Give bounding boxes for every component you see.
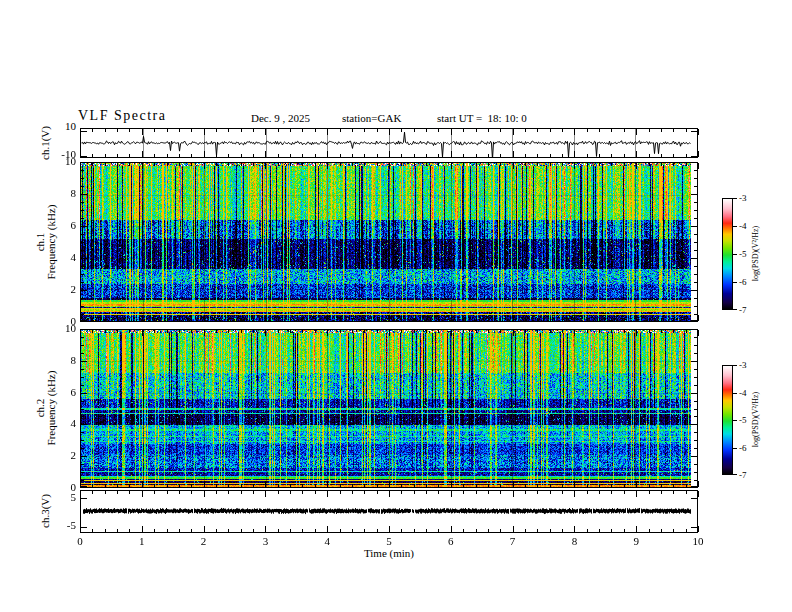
y-minor-tick <box>694 218 697 219</box>
y-major-tick <box>81 320 87 321</box>
colorbar-tick-label: -6 <box>739 443 747 453</box>
y-minor-tick <box>81 440 84 441</box>
page-title: VLF Spectra <box>78 108 166 124</box>
y-major-tick <box>81 162 87 163</box>
x-tick <box>241 163 242 166</box>
x-tick <box>265 315 266 321</box>
x-tick <box>525 484 526 487</box>
x-tick <box>302 330 303 333</box>
x-tick <box>377 129 378 132</box>
x-tick <box>204 315 205 321</box>
x-tick <box>414 491 415 494</box>
x-tick <box>438 129 439 132</box>
y-minor-tick <box>694 369 697 370</box>
y-minor-tick <box>81 186 84 187</box>
colorbar-tick-label: -5 <box>739 249 747 259</box>
x-tick <box>179 129 180 132</box>
x-tick <box>624 330 625 333</box>
x-tick <box>513 163 514 169</box>
ch2-spec-ytick: 6 <box>40 386 76 398</box>
x-tick <box>698 129 699 135</box>
x-tick <box>401 318 402 321</box>
y-minor-tick <box>694 266 697 267</box>
x-tick <box>241 154 242 157</box>
x-tick <box>636 315 637 321</box>
x-tick <box>142 163 143 169</box>
x-tick <box>228 154 229 157</box>
x-tick <box>92 154 93 157</box>
x-tick <box>587 484 588 487</box>
x-tick <box>142 129 143 135</box>
x-tick <box>364 529 365 532</box>
x-tick <box>587 529 588 532</box>
y-minor-tick <box>81 369 84 370</box>
y-major-tick <box>691 498 697 499</box>
x-tick <box>414 163 415 166</box>
x-tick <box>204 526 205 532</box>
x-tick <box>500 129 501 132</box>
y-minor-tick <box>694 314 697 315</box>
x-tick <box>253 129 254 132</box>
x-tick <box>389 315 390 321</box>
x-tick <box>92 163 93 166</box>
x-tick <box>327 491 328 497</box>
colorbar-tick-label: -3 <box>739 360 747 370</box>
x-tick <box>327 129 328 135</box>
x-tick <box>377 154 378 157</box>
x-tick <box>513 481 514 487</box>
ch2-spec-ytick: 8 <box>40 354 76 366</box>
x-tick <box>401 529 402 532</box>
y-minor-tick <box>81 409 84 410</box>
x-tick <box>513 151 514 157</box>
x-tick <box>80 491 81 497</box>
x-tick <box>476 484 477 487</box>
ch1-spec-ytick: 4 <box>40 251 76 263</box>
y-minor-tick <box>81 385 84 386</box>
x-tick <box>117 491 118 494</box>
ch1-wave-ytick: 10 <box>40 120 76 132</box>
x-tick-label: 3 <box>250 535 280 547</box>
x-tick <box>117 529 118 532</box>
x-tick <box>525 491 526 494</box>
ch1-colorbar <box>722 198 733 310</box>
x-tick <box>191 318 192 321</box>
x-tick-label: 1 <box>127 535 157 547</box>
x-tick <box>599 163 600 166</box>
x-tick <box>488 154 489 157</box>
x-tick <box>340 129 341 132</box>
x-tick <box>352 491 353 494</box>
ch2-colorbar <box>722 365 733 475</box>
y-minor-tick <box>81 178 84 179</box>
y-minor-tick <box>81 314 84 315</box>
x-tick <box>500 529 501 532</box>
x-tick <box>92 529 93 532</box>
x-tick <box>488 484 489 487</box>
colorbar-tick-label: -4 <box>739 388 747 398</box>
x-tick <box>574 151 575 157</box>
x-tick <box>661 330 662 333</box>
x-tick <box>636 481 637 487</box>
x-tick <box>525 163 526 166</box>
y-minor-tick <box>694 178 697 179</box>
x-tick <box>241 491 242 494</box>
x-tick <box>364 129 365 132</box>
y-major-tick <box>81 194 87 195</box>
x-tick <box>686 529 687 532</box>
x-tick <box>550 330 551 333</box>
x-tick <box>228 491 229 494</box>
colorbar-tick <box>733 309 737 310</box>
x-tick <box>191 330 192 333</box>
x-tick <box>105 154 106 157</box>
x-tick <box>154 529 155 532</box>
ch1-spec-ytick: 10 <box>40 155 76 167</box>
y-major-tick <box>81 226 87 227</box>
x-tick <box>686 129 687 132</box>
vlf-spectra-figure: VLF Spectra Dec. 9 , 2025 station=GAK st… <box>0 0 792 612</box>
x-tick <box>142 315 143 321</box>
x-tick <box>105 491 106 494</box>
y-major-tick <box>81 498 87 499</box>
x-tick <box>587 491 588 494</box>
x-tick <box>414 318 415 321</box>
x-tick <box>649 484 650 487</box>
x-tick <box>513 491 514 497</box>
